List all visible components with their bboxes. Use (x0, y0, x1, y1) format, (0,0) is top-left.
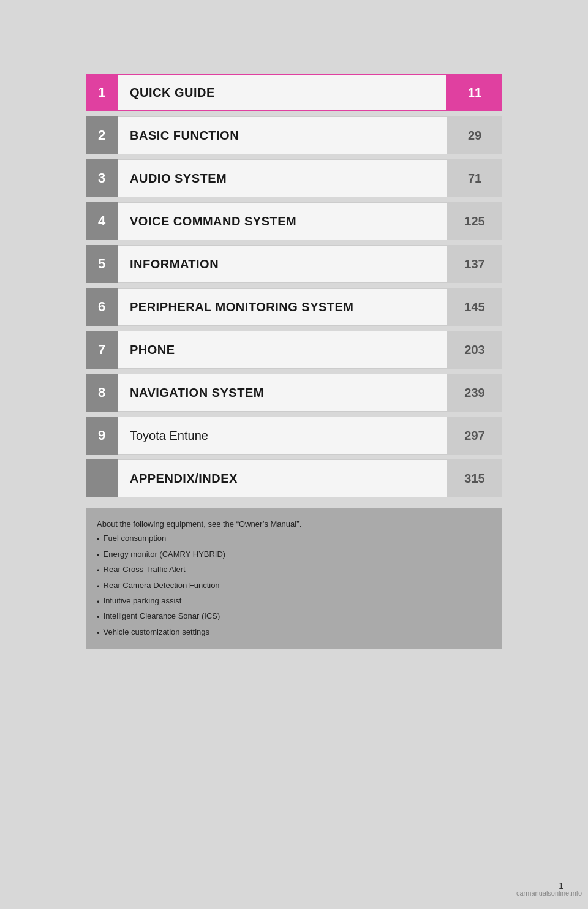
chapter-title-box-appendix: APPENDIX/INDEX (118, 459, 447, 497)
info-bullet-item: •Rear Camera Detection Function (97, 578, 491, 594)
bullet-dot: • (97, 548, 100, 562)
info-bullet-item: •Intuitive parking assist (97, 594, 491, 609)
chapter-number-8: 8 (86, 374, 118, 412)
chapter-number-7: 7 (86, 331, 118, 369)
chapter-number-appendix (86, 459, 118, 497)
chapter-page-9: 297 (447, 417, 502, 455)
chapter-number-1: 1 (86, 74, 118, 111)
chapter-title-box-1: QUICK GUIDE (118, 74, 447, 111)
info-intro: About the following equipment, see the “… (97, 517, 491, 531)
info-bullet-item: •Rear Cross Traffic Alert (97, 562, 491, 578)
chapter-page-8: 239 (447, 374, 502, 412)
chapter-number-6: 6 (86, 288, 118, 326)
chapter-page-appendix: 315 (447, 459, 502, 497)
toc-row-9[interactable]: 9 Toyota Entune 297 (86, 417, 502, 455)
chapter-title-box-5: INFORMATION (118, 245, 447, 283)
chapter-title-1: QUICK GUIDE (130, 86, 215, 100)
toc-row-2[interactable]: 2 BASIC FUNCTION 29 (86, 116, 502, 154)
chapter-title-box-2: BASIC FUNCTION (118, 116, 447, 154)
chapter-title-box-9: Toyota Entune (118, 417, 447, 455)
info-bullet-item: •Fuel consumption (97, 531, 491, 546)
chapter-number-3: 3 (86, 159, 118, 197)
chapter-page-5: 137 (447, 245, 502, 283)
chapter-title-box-7: PHONE (118, 331, 447, 369)
chapter-title-8: NAVIGATION SYSTEM (130, 386, 264, 400)
chapter-number-5: 5 (86, 245, 118, 283)
toc-row-8[interactable]: 8 NAVIGATION SYSTEM 239 (86, 374, 502, 412)
toc-row-5[interactable]: 5 INFORMATION 137 (86, 245, 502, 283)
toc-row-7[interactable]: 7 PHONE 203 (86, 331, 502, 369)
chapter-title-box-3: AUDIO SYSTEM (118, 159, 447, 197)
chapter-title-box-8: NAVIGATION SYSTEM (118, 374, 447, 412)
chapter-title-2: BASIC FUNCTION (130, 129, 239, 143)
toc-row-4[interactable]: 4 VOICE COMMAND SYSTEM 125 (86, 202, 502, 240)
toc-row-1[interactable]: 1 QUICK GUIDE 11 (86, 74, 502, 111)
bullet-dot: • (97, 579, 100, 594)
chapter-page-6: 145 (447, 288, 502, 326)
chapter-title-box-4: VOICE COMMAND SYSTEM (118, 202, 447, 240)
chapter-number-4: 4 (86, 202, 118, 240)
chapter-title-7: PHONE (130, 343, 175, 357)
chapter-title-box-6: PERIPHERAL MONITORING SYSTEM (118, 288, 447, 326)
toc-row-6[interactable]: 6 PERIPHERAL MONITORING SYSTEM 145 (86, 288, 502, 326)
chapter-number-9: 9 (86, 417, 118, 455)
page-container: 1 QUICK GUIDE 11 2 BASIC FUNCTION 29 (0, 0, 588, 909)
chapter-title-appendix: APPENDIX/INDEX (130, 472, 238, 486)
bullet-dot: • (97, 532, 100, 546)
info-bullet-item: •Intelligent Clearance Sonar (ICS) (97, 609, 491, 624)
chapter-title-9: Toyota Entune (130, 429, 208, 443)
watermark: carmanualsonline.info (516, 889, 582, 897)
chapter-page-4: 125 (447, 202, 502, 240)
chapter-title-5: INFORMATION (130, 257, 219, 271)
chapter-page-3: 71 (447, 159, 502, 197)
chapter-page-2: 29 (447, 116, 502, 154)
chapter-page-1: 11 (447, 74, 502, 111)
bullet-dot: • (97, 564, 100, 578)
bullet-dot: • (97, 595, 100, 609)
chapter-title-3: AUDIO SYSTEM (130, 172, 227, 186)
info-items: •Fuel consumption•Energy monitor (CAMRY … (97, 531, 491, 640)
toc-row-3[interactable]: 3 AUDIO SYSTEM 71 (86, 159, 502, 197)
info-bullet-item: •Vehicle customization settings (97, 625, 491, 640)
chapter-page-7: 203 (447, 331, 502, 369)
chapter-title-4: VOICE COMMAND SYSTEM (130, 214, 296, 228)
info-box: About the following equipment, see the “… (86, 508, 502, 649)
bullet-dot: • (97, 610, 100, 624)
bullet-dot: • (97, 626, 100, 640)
toc-row-appendix[interactable]: APPENDIX/INDEX 315 (86, 459, 502, 497)
chapter-title-6: PERIPHERAL MONITORING SYSTEM (130, 300, 354, 314)
toc-container: 1 QUICK GUIDE 11 2 BASIC FUNCTION 29 (86, 74, 502, 649)
chapter-number-2: 2 (86, 116, 118, 154)
info-bullet-item: •Energy monitor (CAMRY HYBRID) (97, 547, 491, 562)
